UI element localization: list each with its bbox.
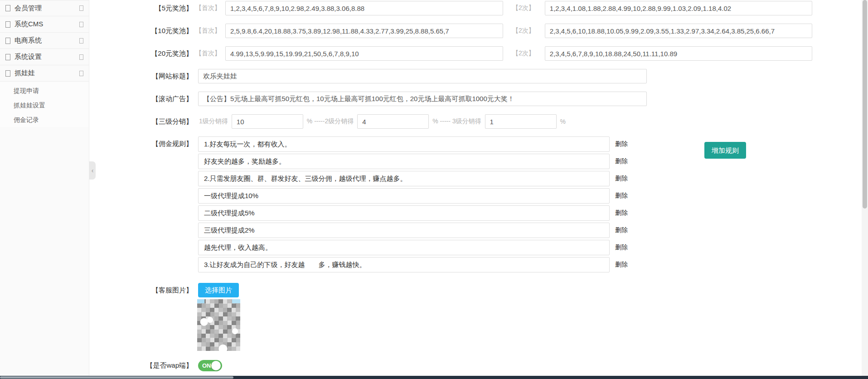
sidebar-item-member-management[interactable]: 会员管理: [0, 0, 89, 16]
scroll-ad-label: 【滚动广告】: [89, 92, 195, 106]
sidebar-item-system-cms[interactable]: 系统CMS: [0, 16, 89, 33]
delete-rule-link[interactable]: 删除: [615, 192, 628, 200]
add-rule-button[interactable]: 增加规则: [704, 142, 746, 159]
rule-text-7[interactable]: 越先代理，收入越高。: [198, 240, 610, 255]
sidebar-item-label: 系统设置: [15, 53, 42, 61]
sidebar-item-label: 抓娃娃: [15, 69, 35, 78]
chevron-icon: [79, 22, 83, 27]
commission-rules-label: 【佣金规则】: [89, 136, 195, 151]
sidebar-item-ecommerce[interactable]: 电商系统: [0, 33, 89, 49]
commission-rules-list: 1.好友每玩一次，都有收入。 删除 好友夹的越多，奖励越多。 删除 2.只需发朋…: [198, 136, 628, 274]
toggle-knob: [211, 361, 221, 370]
chevron-icon: [79, 38, 83, 44]
delete-rule-link[interactable]: 删除: [615, 175, 628, 183]
rule-text-5[interactable]: 二级代理提成5%: [198, 205, 610, 221]
rule-text-8[interactable]: 3.让好友成为自己的下级，好友越 多，赚钱越快。: [198, 257, 610, 272]
site-title-label: 【网站标题】: [89, 69, 195, 83]
delete-rule-link[interactable]: 删除: [615, 261, 628, 269]
rule-row: 二级代理提成5% 删除: [198, 205, 628, 221]
percent-sign: %: [560, 118, 566, 125]
level1-label: 1级分销得: [199, 117, 228, 126]
level3-percent-input[interactable]: [485, 114, 557, 129]
pool-20-row: 【20元奖池】 【首次】 【2次】: [89, 46, 860, 61]
scroll-ad-row: 【滚动广告】: [89, 92, 860, 106]
wap-toggle[interactable]: ON: [198, 360, 222, 371]
distribution-label: 【三级分销】: [89, 114, 195, 129]
delete-rule-link[interactable]: 删除: [615, 140, 628, 148]
sidebar-subitem-commission-record[interactable]: 佣金记录: [0, 112, 89, 127]
rule-row: 3.让好友成为自己的下级，好友越 多，赚钱越快。 删除: [198, 257, 628, 272]
sidebar-item-label: 电商系统: [15, 36, 42, 45]
sidebar-subitem-withdraw-request[interactable]: 提现申请: [0, 83, 89, 98]
rule-text-4[interactable]: 一级代理提成10%: [198, 188, 610, 204]
pool-5-second-input[interactable]: [545, 1, 812, 15]
delete-rule-link[interactable]: 删除: [615, 226, 628, 234]
pool-20-label: 【20元奖池】: [89, 46, 195, 61]
sidebar-item-claw-machine[interactable]: 抓娃娃: [0, 65, 89, 82]
claw-icon: [5, 70, 10, 77]
rule-row: 1.好友每玩一次，都有收入。 删除: [198, 136, 628, 152]
pool-10-first-input[interactable]: [225, 24, 503, 38]
pool-10-second-input[interactable]: [545, 24, 812, 38]
site-title-row: 【网站标题】: [89, 69, 860, 83]
site-title-input[interactable]: [198, 69, 647, 83]
sidebar-subitem-claw-settings[interactable]: 抓娃娃设置: [0, 98, 89, 112]
pick-image-button[interactable]: 选择图片: [198, 283, 239, 297]
rule-row: 越先代理，收入越高。 删除: [198, 240, 628, 255]
pool-5-first-input[interactable]: [225, 1, 503, 15]
ecommerce-icon: [5, 38, 10, 44]
rule-row: 三级代理提成2% 删除: [198, 223, 628, 238]
chevron-icon: [79, 5, 83, 11]
delete-rule-link[interactable]: 删除: [615, 157, 628, 165]
rule-text-3[interactable]: 2.只需发朋友圈、群、群发好友、三级分佣，越级代理，赚点越多。: [198, 171, 610, 186]
second-time-tag: 【2次】: [512, 49, 535, 58]
pool-10-label: 【10元奖池】: [89, 24, 195, 38]
second-time-tag: 【2次】: [512, 27, 535, 35]
settings-form: 【5元奖池】 【首次】 【2次】 【10元奖池】 【首次】 【2次】 【20元奖…: [89, 0, 860, 373]
delete-rule-link[interactable]: 删除: [615, 209, 628, 217]
chevron-icon: [79, 71, 83, 76]
scroll-ad-input[interactable]: [198, 92, 647, 106]
service-image-preview: [197, 299, 240, 351]
distribution-row: 【三级分销】 1级分销得 % -----2级分销得 % ----- 3级分销得 …: [89, 114, 860, 129]
level3-label: % ----- 3级分销得: [432, 117, 481, 126]
vertical-scrollbar-thumb[interactable]: [863, 0, 867, 209]
pool-5-row: 【5元奖池】 【首次】 【2次】: [89, 1, 860, 15]
wap-toggle-row: 【是否wap端】 ON: [89, 358, 860, 373]
level1-percent-input[interactable]: [232, 114, 303, 129]
sidebar-item-label: 会员管理: [15, 4, 42, 13]
first-time-tag: 【首次】: [195, 49, 221, 58]
service-image-block: 选择图片: [195, 283, 240, 351]
service-image-row: 【客服图片】 选择图片: [89, 283, 860, 351]
first-time-tag: 【首次】: [195, 27, 221, 35]
service-image-label: 【客服图片】: [89, 283, 195, 297]
claw-submenu: 提现申请 抓娃娃设置 佣金记录: [0, 82, 89, 127]
sidebar-item-system-settings[interactable]: 系统设置: [0, 49, 89, 65]
toggle-on-text: ON: [198, 360, 211, 371]
rule-text-6[interactable]: 三级代理提成2%: [198, 223, 610, 238]
first-time-tag: 【首次】: [195, 4, 221, 12]
second-time-tag: 【2次】: [512, 4, 535, 12]
rule-row: 好友夹的越多，奖励越多。 删除: [198, 154, 628, 169]
vertical-scrollbar: [862, 0, 868, 376]
pool-10-row: 【10元奖池】 【首次】 【2次】: [89, 24, 860, 38]
member-icon: [5, 5, 10, 11]
pool-20-second-input[interactable]: [545, 46, 812, 61]
rule-text-2[interactable]: 好友夹的越多，奖励越多。: [198, 154, 610, 169]
horizontal-scrollbar: [0, 376, 868, 379]
chevron-icon: [79, 54, 83, 60]
horizontal-scrollbar-thumb[interactable]: [0, 376, 233, 379]
rule-text-1[interactable]: 1.好友每玩一次，都有收入。: [198, 136, 610, 152]
pool-20-first-input[interactable]: [225, 46, 503, 61]
level2-label: % -----2级分销得: [307, 117, 354, 126]
pool-5-label: 【5元奖池】: [89, 1, 195, 15]
sidebar-item-label: 系统CMS: [15, 20, 43, 29]
sidebar: 会员管理 系统CMS 电商系统 系统设置 抓娃娃 提现申请 抓娃娃设置 佣金记录: [0, 0, 89, 376]
rule-row: 2.只需发朋友圈、群、群发好友、三级分佣，越级代理，赚点越多。 删除: [198, 171, 628, 186]
wap-label: 【是否wap端】: [89, 358, 195, 373]
cms-icon: [5, 21, 10, 28]
level2-percent-input[interactable]: [357, 114, 429, 129]
delete-rule-link[interactable]: 删除: [615, 243, 628, 252]
settings-icon: [5, 54, 10, 60]
rule-row: 一级代理提成10% 删除: [198, 188, 628, 204]
